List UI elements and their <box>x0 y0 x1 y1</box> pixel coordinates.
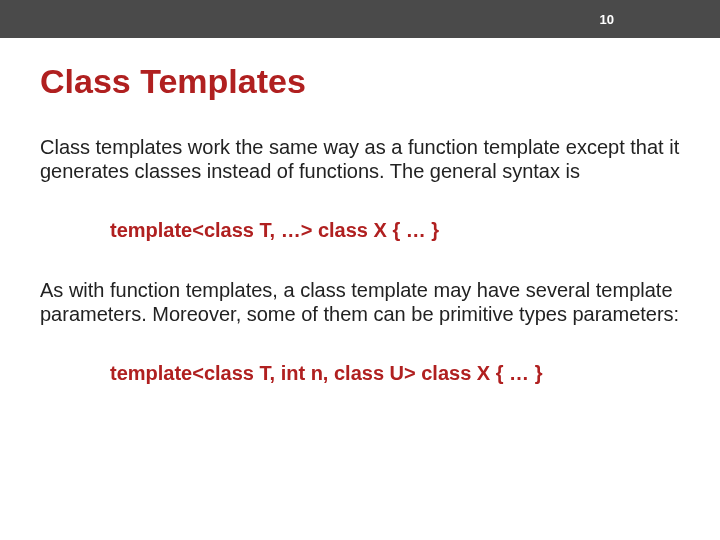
code-example-2: template<class T, int n, class U> class … <box>40 362 680 385</box>
paragraph-2: As with function templates, a class temp… <box>40 278 680 326</box>
paragraph-1: Class templates work the same way as a f… <box>40 135 680 183</box>
slide-content: Class Templates Class templates work the… <box>0 38 720 385</box>
slide-title: Class Templates <box>40 62 680 101</box>
code-example-1: template<class T, …> class X { … } <box>40 219 680 242</box>
header-bar: 10 <box>0 0 720 38</box>
page-number: 10 <box>600 12 614 27</box>
